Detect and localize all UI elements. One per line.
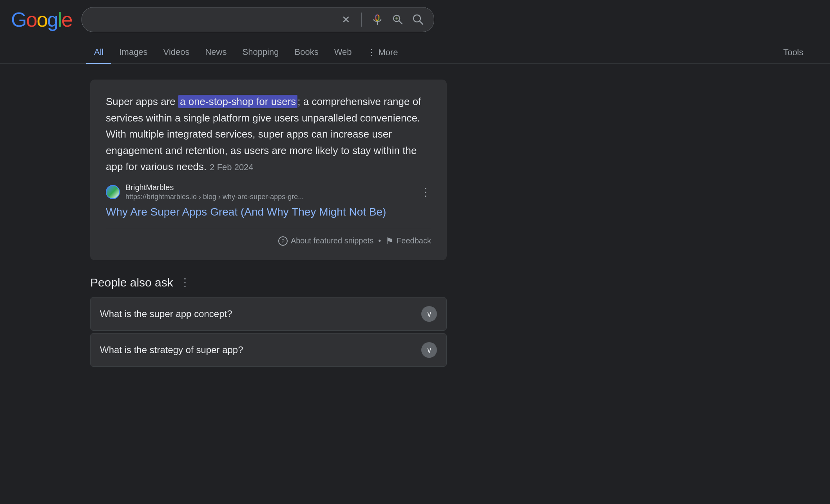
tab-shopping[interactable]: Shopping xyxy=(235,42,287,64)
tab-news[interactable]: News xyxy=(197,42,234,64)
feedback-button[interactable]: ⚑ Feedback xyxy=(386,236,431,246)
flag-icon: ⚑ xyxy=(386,236,393,246)
paa-question-2[interactable]: What is the strategy of super app? ∨ xyxy=(91,334,446,366)
paa-question-text-1: What is the super app concept? xyxy=(100,308,232,319)
search-bar: Super App theory ✕ xyxy=(82,7,434,32)
favicon-image xyxy=(107,186,119,198)
footer-dot: • xyxy=(378,236,381,245)
paa-header: People also ask ⋮ xyxy=(90,276,447,289)
paa-item-1: What is the super app concept? ∨ xyxy=(90,297,447,331)
svg-point-4 xyxy=(395,17,398,20)
tab-web[interactable]: Web xyxy=(326,42,360,64)
snippet-date: 2 Feb 2024 xyxy=(210,162,253,172)
svg-rect-0 xyxy=(376,15,379,20)
search-input[interactable]: Super App theory xyxy=(90,14,334,26)
svg-line-3 xyxy=(399,21,402,24)
microphone-icon xyxy=(371,13,384,26)
nav-tabs: All Images Videos News Shopping Books We… xyxy=(0,36,830,64)
snippet-link[interactable]: Why Are Super Apps Great (And Why They M… xyxy=(106,206,431,218)
snippet-text: Super apps are a one-stop-shop for users… xyxy=(106,94,431,175)
voice-search-button[interactable] xyxy=(370,12,385,27)
lens-icon xyxy=(391,13,404,26)
tab-images[interactable]: Images xyxy=(111,42,155,64)
about-snippets-label: About featured snippets xyxy=(291,236,373,245)
paa-title: People also ask xyxy=(90,276,173,289)
chevron-down-icon-2: ∨ xyxy=(426,345,432,355)
paa-item-2: What is the strategy of super app? ∨ xyxy=(90,333,447,367)
google-logo: Google xyxy=(11,8,72,31)
tab-videos[interactable]: Videos xyxy=(156,42,198,64)
about-snippets-link[interactable]: ? About featured snippets xyxy=(278,236,373,246)
feedback-label: Feedback xyxy=(397,236,431,245)
source-info: BrightMarbles https://brightmarbles.io ›… xyxy=(125,183,304,201)
more-label: More xyxy=(378,47,398,58)
chevron-down-icon: ∨ xyxy=(426,309,432,319)
snippet-footer: ? About featured snippets • ⚑ Feedback xyxy=(106,228,431,246)
paa-more-icon[interactable]: ⋮ xyxy=(179,276,190,289)
paa-chevron-2: ∨ xyxy=(421,342,437,358)
snippet-text-before: Super apps are xyxy=(106,96,178,107)
header: Google Super App theory ✕ xyxy=(0,0,830,32)
search-icon xyxy=(412,13,424,26)
main-content: Super apps are a one-stop-shop for users… xyxy=(0,64,470,391)
tab-all[interactable]: All xyxy=(86,42,111,64)
tab-books[interactable]: Books xyxy=(286,42,326,64)
more-dots-icon: ⋮ xyxy=(367,47,376,58)
clear-icon[interactable]: ✕ xyxy=(339,12,353,27)
source-more-button[interactable]: ⋮ xyxy=(420,185,431,198)
source-name: BrightMarbles xyxy=(125,183,304,192)
paa-question-1[interactable]: What is the super app concept? ∨ xyxy=(91,297,446,330)
search-divider xyxy=(361,13,362,27)
more-tab[interactable]: ⋮ More xyxy=(359,42,406,63)
lens-search-button[interactable] xyxy=(390,12,406,27)
featured-snippet: Super apps are a one-stop-shop for users… xyxy=(90,80,447,260)
snippet-highlight: a one-stop-shop for users xyxy=(178,95,297,108)
paa-question-text-2: What is the strategy of super app? xyxy=(100,344,243,355)
snippet-source: BrightMarbles https://brightmarbles.io ›… xyxy=(106,183,431,201)
question-icon: ? xyxy=(278,236,288,246)
source-favicon xyxy=(106,185,120,199)
source-url: https://brightmarbles.io › blog › why-ar… xyxy=(125,193,304,201)
people-also-ask: People also ask ⋮ What is the super app … xyxy=(90,276,447,367)
search-button[interactable] xyxy=(410,12,426,27)
svg-line-6 xyxy=(420,21,423,24)
tools-tab[interactable]: Tools xyxy=(772,42,814,63)
paa-chevron-1: ∨ xyxy=(421,306,437,322)
